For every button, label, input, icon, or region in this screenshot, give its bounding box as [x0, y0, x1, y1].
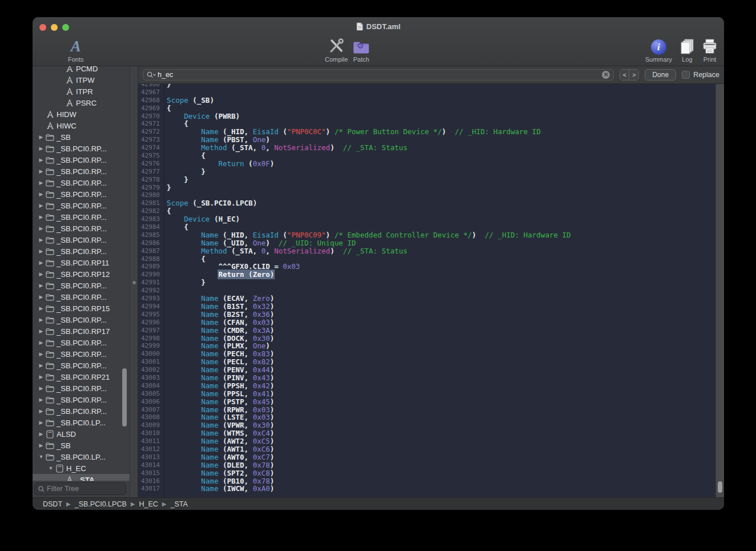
tree-item-alsd[interactable]: ▶ALSD	[33, 428, 130, 440]
chevron-expanded-icon[interactable]: ▼	[47, 465, 55, 471]
code-line[interactable]: 42992	[138, 287, 715, 295]
chevron-collapsed-icon[interactable]: ▶	[37, 191, 45, 197]
code-line[interactable]: 42990 Return (Zero)	[138, 271, 715, 279]
tree-item-_sbpci0rp[interactable]: ▶_SB.PCI0.RP...	[33, 188, 130, 200]
code-line[interactable]: 42974 Method (_STA, 0, NotSerialized) //…	[138, 144, 715, 152]
code-line[interactable]: 42969 {	[138, 104, 715, 112]
replace-toggle[interactable]: Replace	[682, 71, 719, 79]
code-line[interactable]: 42997 Name (CMDR, 0x3A)	[138, 327, 715, 335]
print-button[interactable]: Print	[702, 37, 718, 63]
code-line[interactable]: 42982 {	[138, 207, 715, 215]
code-line[interactable]: 42970 Device (PWRB)	[138, 112, 715, 120]
done-button[interactable]: Done	[645, 69, 676, 81]
title-bar[interactable]: DSDT.aml	[33, 17, 724, 35]
code-line[interactable]: 43013 Name (AWT0, 0xC7)	[138, 453, 715, 461]
tree-item-h_ec[interactable]: ▼H_EC	[33, 462, 130, 474]
tree-item-_sbpci0rp17[interactable]: ▶_SB.PCI0.RP17	[33, 325, 130, 337]
chevron-collapsed-icon[interactable]: ▶	[37, 397, 45, 403]
tree-item-_sbpci0rp[interactable]: ▶_SB.PCI0.RP...	[33, 143, 130, 154]
code-line[interactable]: 42976 Return (0x0F)	[138, 160, 715, 168]
chevron-collapsed-icon[interactable]: ▶	[37, 351, 45, 357]
tree-item-_sbpci0rp[interactable]: ▶_SB.PCI0.RP...	[33, 280, 130, 291]
tree-item-_sbpci0rp21[interactable]: ▶_SB.PCI0.RP21	[33, 371, 130, 383]
code-line[interactable]: 43012 Name (AWT1, 0xC6)	[138, 445, 715, 453]
tree-item-_sbpci0rp[interactable]: ▶_SB.PCI0.RP...	[33, 348, 130, 360]
chevron-collapsed-icon[interactable]: ▶	[37, 420, 45, 425]
chevron-collapsed-icon[interactable]: ▶	[37, 340, 45, 345]
chevron-collapsed-icon[interactable]: ▶	[37, 134, 45, 140]
breadcrumb-item[interactable]: H_EC	[139, 500, 158, 508]
editor-scrollbar-thumb[interactable]	[718, 481, 722, 493]
code-line[interactable]: 43014 Name (DLED, 0x78)	[138, 461, 715, 469]
tree-item-itpr[interactable]: ITPR	[33, 86, 130, 97]
chevron-collapsed-icon[interactable]: ▶	[37, 180, 45, 186]
code-line[interactable]: 42998 Name (DOCK, 0x30)	[138, 335, 715, 343]
tree-item-itpw[interactable]: ITPW	[33, 74, 130, 86]
code-line[interactable]: 42979 }	[138, 184, 715, 192]
tree-item-_sbpci0rp[interactable]: ▶_SB.PCI0.RP...	[33, 223, 130, 234]
tree-item-_sbpci0rp[interactable]: ▶_SB.PCI0.RP...	[33, 360, 130, 371]
chevron-collapsed-icon[interactable]: ▶	[37, 226, 45, 231]
tree-item-_sbpci0rp[interactable]: ▶_SB.PCI0.RP...	[33, 200, 130, 211]
chevron-collapsed-icon[interactable]: ▶	[37, 214, 45, 220]
patch-button[interactable]: ⚙ Patch	[352, 37, 370, 63]
tree-item-_sb[interactable]: ▶_SB	[33, 131, 130, 143]
chevron-collapsed-icon[interactable]: ▶	[37, 157, 45, 163]
code-line[interactable]: 42985 Name (_HID, EisaId ("PNP0C09") /* …	[138, 231, 715, 239]
sidebar-splitter[interactable]	[130, 66, 138, 497]
chevron-collapsed-icon[interactable]: ▶	[37, 168, 45, 174]
replace-checkbox[interactable]	[682, 71, 690, 79]
tree-item-hidw[interactable]: HIDW	[33, 108, 130, 120]
code-line[interactable]: 43009 Name (VPWR, 0x30)	[138, 421, 715, 429]
editor-scrollbar[interactable]	[715, 84, 724, 497]
code-line[interactable]: 42967	[138, 89, 715, 96]
tree-item-_sbpci0lp[interactable]: ▶_SB.PCI0.LP...	[33, 417, 130, 428]
code-line[interactable]: 42988 {	[138, 255, 715, 263]
fonts-button[interactable]: A Fonts	[68, 37, 84, 63]
chevron-collapsed-icon[interactable]: ▶	[37, 328, 45, 334]
tree-item-pcmd[interactable]: PCMD	[33, 66, 130, 74]
tree-item-_sb[interactable]: ▶_SB	[33, 440, 130, 451]
code-line[interactable]: 43003 Name (PINV, 0x43)	[138, 374, 715, 382]
log-button[interactable]: Log	[679, 37, 695, 63]
sidebar-scrollbar-thumb[interactable]	[122, 368, 127, 427]
code-line[interactable]: 42971 {	[138, 120, 715, 128]
tree-item-_sbpci0rp12[interactable]: ▶_SB.PCI0.RP12	[33, 268, 130, 280]
filter-tree-input[interactable]: Filter Tree	[34, 482, 126, 495]
chevron-expanded-icon[interactable]: ▼	[37, 454, 45, 460]
code-line[interactable]: 42984 {	[138, 223, 715, 231]
code-line[interactable]: 43001 Name (PECL, 0x82)	[138, 358, 715, 366]
tree-item-_sbpci0rp[interactable]: ▶_SB.PCI0.RP...	[33, 314, 130, 325]
tree-item-_sbpci0rp11[interactable]: ▶_SB.PCI0.RP11	[33, 257, 130, 268]
compile-button[interactable]: Compile	[325, 37, 348, 63]
code-line[interactable]: 43010 Name (WTMS, 0xC4)	[138, 429, 715, 437]
tree-item-_sbpci0rp[interactable]: ▶_SB.PCI0.RP...	[33, 211, 130, 223]
tree-item-psrc[interactable]: PSRC	[33, 97, 130, 108]
code-line[interactable]: 42980	[138, 191, 715, 199]
chevron-collapsed-icon[interactable]: ▶	[37, 271, 45, 277]
code-line[interactable]: 42981 Scope (_SB.PCI0.LPCB)	[138, 199, 715, 207]
chevron-collapsed-icon[interactable]: ▶	[37, 146, 45, 151]
document-proxy-icon[interactable]	[356, 22, 363, 31]
code-line[interactable]: 43017 Name (IWCW, 0xA0)	[138, 485, 715, 493]
tree-item-_sbpci0rp[interactable]: ▶_SB.PCI0.RP...	[33, 291, 130, 303]
chevron-collapsed-icon[interactable]: ▶	[37, 237, 45, 243]
chevron-collapsed-icon[interactable]: ▶	[37, 363, 45, 368]
clear-icon[interactable]: ✕	[602, 71, 610, 79]
chevron-collapsed-icon[interactable]: ▶	[37, 431, 45, 437]
code-line[interactable]: 42977 }	[138, 168, 715, 176]
code-line[interactable]: 43015 Name (SPT2, 0xC8)	[138, 469, 715, 477]
chevron-collapsed-icon[interactable]: ▶	[37, 408, 45, 414]
code-line[interactable]: 43005 Name (PPSL, 0x41)	[138, 390, 715, 398]
code-line[interactable]: 43011 Name (AWT2, 0xC5)	[138, 437, 715, 445]
tree-item-_sbpci0rp[interactable]: ▶_SB.PCI0.RP...	[33, 177, 130, 188]
code-line[interactable]: 43004 Name (PPSH, 0x42)	[138, 382, 715, 390]
chevron-collapsed-icon[interactable]: ▶	[37, 317, 45, 323]
chevron-collapsed-icon[interactable]: ▶	[37, 283, 45, 288]
summary-button[interactable]: i Summary	[645, 37, 672, 63]
code-line[interactable]: 42966 }	[138, 84, 715, 89]
chevron-collapsed-icon[interactable]: ▶	[37, 385, 45, 391]
chevron-collapsed-icon[interactable]: ▶	[37, 443, 45, 448]
code-line[interactable]: 43016 Name (PB10, 0x78)	[138, 477, 715, 485]
find-next-button[interactable]: >	[629, 70, 638, 80]
